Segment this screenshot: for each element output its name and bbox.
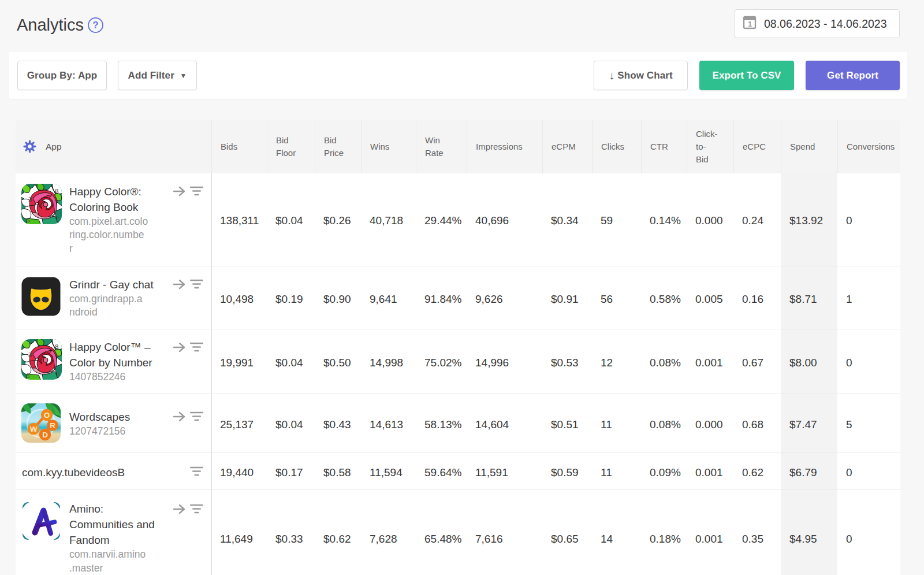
svg-text:R: R (50, 421, 55, 430)
svg-text:6: 6 (26, 371, 30, 380)
svg-text:8: 8 (55, 187, 59, 195)
svg-text:W: W (30, 425, 38, 433)
svg-text:1: 1 (748, 20, 752, 28)
svg-text:3: 3 (28, 195, 32, 203)
svg-text:D: D (42, 431, 48, 439)
svg-text:8: 8 (55, 342, 59, 351)
svg-text:6: 6 (26, 216, 30, 224)
svg-text:3: 3 (28, 350, 32, 359)
svg-text:O: O (44, 411, 50, 420)
